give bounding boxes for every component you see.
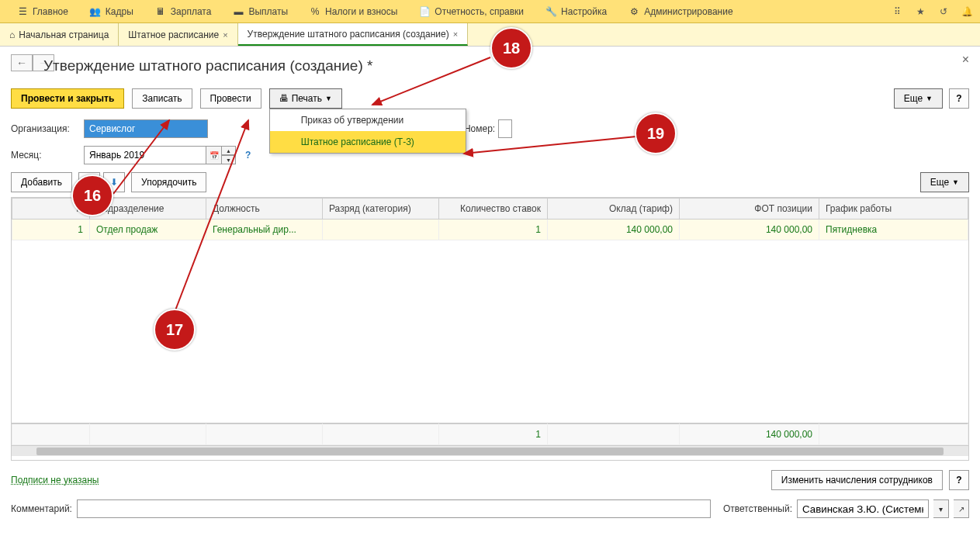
post-button[interactable]: Провести [200,88,261,109]
comment-row: Комментарий: Ответственный: ▾ ↗ [11,499,969,518]
callout-18: 18 [490,27,532,69]
table-actions: Добавить ⬆ ⬇ Упорядочить Еще ▼ [11,172,969,192]
cell-fot: 140 000,00 [680,219,819,240]
cell-n: 1 [12,219,90,240]
topmenu-right-icons: ⠿ ★ ↺ 🔔 [890,5,974,19]
total-qty: 1 [439,424,548,445]
tab-home-label: Начальная страница [19,29,109,40]
tab-home[interactable]: ⌂ Начальная страница [0,23,119,46]
tab-staff-label: Штатное расписание [128,29,219,40]
col-sched[interactable]: График работы [819,199,968,219]
col-grade[interactable]: Разряд (категория) [323,199,439,219]
calculator-icon: 🖩 [155,6,166,17]
number-label: Номер: [464,123,495,134]
post-close-button[interactable]: Провести и закрыть [11,88,124,109]
people-icon: 👥 [90,6,101,17]
menu-main-label: Главное [33,6,68,17]
menu-taxes[interactable]: % Налоги и взносы [299,0,408,22]
print-button[interactable]: 🖶 Печать ▼ [269,88,342,109]
more-button[interactable]: Еще ▼ [894,88,943,109]
cell-grade [323,219,439,240]
history-icon[interactable]: ↺ [937,5,951,19]
menu-hr[interactable]: 👥 Кадры [79,0,144,22]
cell-sched: Пятидневка [819,219,968,240]
help-button[interactable]: ? [949,470,969,490]
nav-back-button[interactable]: ← [11,54,33,71]
menu-settings[interactable]: 🔧 Настройка [535,0,618,22]
comment-label: Комментарий: [11,503,72,514]
add-row-button[interactable]: Добавить [11,172,72,192]
calendar-icon[interactable]: 📅 [206,146,222,164]
number-input[interactable] [498,119,512,138]
cell-qty: 1 [439,219,548,240]
open-icon[interactable]: ↗ [954,499,969,518]
change-accruals-button[interactable]: Изменить начисления сотрудников [771,470,943,490]
month-label: Месяц: [11,150,79,161]
more-label: Еще [904,93,923,104]
help-icon[interactable]: ? [245,150,251,161]
menu-admin-label: Администрирование [644,6,732,17]
total-fot: 140 000,00 [680,424,819,445]
printer-icon: 🖶 [279,93,289,104]
print-approval-order[interactable]: Приказ об утверждении [270,109,466,131]
home-icon: ⌂ [9,29,15,40]
dropdown-icon[interactable]: ▾ [933,499,949,518]
percent-icon: % [310,6,320,17]
help-button[interactable]: ? [949,88,969,109]
spin-down-icon[interactable]: ▼ [222,155,236,164]
col-salary[interactable]: Оклад (тариф) [548,199,680,219]
menu-admin[interactable]: ⚙ Администрирование [618,0,743,22]
menu-payments-label: Выплаты [248,6,288,17]
menu-settings-label: Настройка [561,6,607,17]
horizontal-scrollbar[interactable] [12,445,968,456]
sort-button[interactable]: Упорядочить [131,172,206,192]
comment-input[interactable] [77,499,711,518]
callout-16: 16 [71,175,113,216]
org-label: Организация: [11,123,79,134]
org-row: Организация: Дата: 📅 Номер: [11,119,969,138]
print-t3-form[interactable]: Штатное расписание (Т-3) [270,131,466,153]
wallet-icon: ▬ [233,6,244,17]
responsible-input[interactable] [797,499,929,518]
table-more-button[interactable]: Еще ▼ [920,172,969,192]
gear-icon: ⚙ [629,6,639,17]
menu-reports-label: Отчетность, справки [435,6,524,17]
bell-icon[interactable]: 🔔 [960,5,974,19]
caret-down-icon: ▼ [926,95,933,102]
tabs-bar: ⌂ Начальная страница Штатное расписание … [0,23,980,47]
menu-hr-label: Кадры [106,6,133,17]
col-role[interactable]: Должность [206,199,323,219]
star-icon[interactable]: ★ [913,5,927,19]
print-dropdown-menu: Приказ об утверждении Штатное расписание… [269,109,466,154]
responsible-label: Ответственный: [723,503,792,514]
table-more-label: Еще [930,177,949,188]
org-input[interactable] [84,119,208,138]
close-page-icon[interactable]: × [962,53,969,67]
table-row[interactable]: 1 Отдел продаж Генеральный дир... 1 140 … [12,219,968,240]
save-button[interactable]: Записать [132,88,192,109]
month-input[interactable] [84,146,206,164]
col-fot[interactable]: ФОТ позиции [680,199,819,219]
menu-payments[interactable]: ▬ Выплаты [222,0,299,22]
callout-17: 17 [154,309,196,351]
spin-up-icon[interactable]: ▲ [222,146,236,155]
callout-19: 19 [635,112,677,154]
signatures-link[interactable]: Подписи не указаны [11,475,99,486]
cell-dept: Отдел продаж [90,219,206,240]
tab-approve[interactable]: Утверждение штатного расписания (создани… [238,23,468,46]
menu-salary[interactable]: 🖩 Зарплата [144,0,223,22]
col-qty[interactable]: Количество ставок [439,199,548,219]
print-label: Печать [292,93,322,104]
apps-icon[interactable]: ⠿ [890,5,904,19]
cell-role: Генеральный дир... [206,219,323,240]
menu-reports[interactable]: 📄 Отчетность, справки [408,0,535,22]
menu-icon: ☰ [17,6,28,17]
tab-close-icon[interactable]: × [453,29,458,39]
tab-close-icon[interactable]: × [223,30,227,40]
tab-staff[interactable]: Штатное расписание × [119,23,237,46]
totals-row: 1 140 000,00 [12,424,968,445]
menu-taxes-label: Налоги и взносы [325,6,397,17]
menu-main[interactable]: ☰ Главное [6,0,79,22]
content-area: × ← → Утверждение штатного расписания (с… [0,47,980,553]
wrench-icon: 🔧 [545,6,556,17]
